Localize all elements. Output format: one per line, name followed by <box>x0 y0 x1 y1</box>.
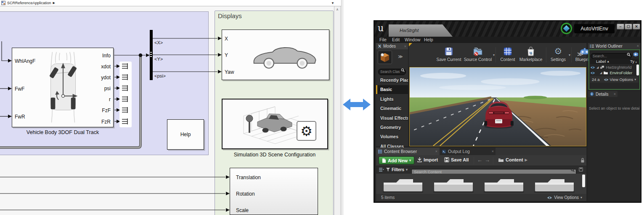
outliner-tab-close-icon[interactable]: × <box>637 44 639 48</box>
content-path[interactable]: Content ▶ <box>498 157 527 162</box>
outliner-row-envirofolder[interactable]: ◢ EnviroFolder <box>590 70 636 75</box>
modes-category-visual-effects[interactable]: Visual Effects <box>376 114 408 123</box>
terminator-psi[interactable] <box>121 85 130 91</box>
details-panel: Details × Select an object to view detai… <box>588 91 641 201</box>
outliner-search-input[interactable] <box>591 53 632 59</box>
outliner-header[interactable]: Label ▲ Ty ▾ <box>590 59 639 64</box>
simulink-vertical-scrollbar[interactable]: ∧ <box>334 6 341 215</box>
save-current-button[interactable]: Save Current <box>435 46 463 62</box>
path-caret-icon[interactable]: ▶ <box>525 158 527 162</box>
toolbar-overflow-icon[interactable]: ≫ <box>577 51 583 57</box>
output-log-tab-close-icon[interactable]: × <box>492 149 494 153</box>
outliner-search[interactable] <box>591 51 632 57</box>
modes-tab-close-icon[interactable]: × <box>404 44 406 48</box>
nav-forward-icon[interactable]: → <box>485 157 490 163</box>
source-control-icon <box>472 46 483 56</box>
save-all-button[interactable]: Save All <box>444 157 469 162</box>
asset-grid[interactable] <box>376 174 586 194</box>
minimize-button[interactable]: – <box>617 24 624 30</box>
port-scale: Scale <box>236 207 249 213</box>
bus-tag-y: <Y> <box>154 56 163 62</box>
search-icon <box>401 68 405 72</box>
terminator-ydot[interactable] <box>121 74 130 81</box>
transform-block[interactable]: Translation Rotation Scale <box>230 168 318 215</box>
cb-view-options-button[interactable]: View Options▾ <box>547 195 582 200</box>
outliner-view-options[interactable]: View Options <box>610 77 633 82</box>
modes-category-recently-placed[interactable]: Recently Placed <box>376 76 408 85</box>
sources-toggle-icon[interactable] <box>379 168 384 172</box>
output-log-tab[interactable]: Output Log × <box>440 148 496 155</box>
modes-category-volumes[interactable]: Volumes <box>376 132 408 141</box>
menu-file[interactable]: File <box>379 37 387 42</box>
outliner-list-icon <box>590 44 594 48</box>
viewport[interactable] <box>409 67 586 146</box>
modes-tab[interactable]: Modes × <box>376 43 408 49</box>
outliner-row-world[interactable]: ◢ HwStrghWorld <box>590 64 636 70</box>
filters-button[interactable]: Filters▾ <box>386 167 408 172</box>
scene-config-block[interactable]: ⚙ <box>222 99 328 149</box>
content-search[interactable] <box>411 167 576 173</box>
folder-thumbnail[interactable] <box>381 176 424 193</box>
modes-category-geometry[interactable]: Geometry <box>376 123 408 132</box>
bus-selector[interactable] <box>150 30 153 80</box>
expand-icon[interactable]: ◢ <box>600 71 602 75</box>
level-tab[interactable]: HwStrght <box>389 24 453 37</box>
column-type[interactable]: Ty <box>630 59 634 64</box>
terminator-fzr[interactable] <box>121 118 130 125</box>
help-block[interactable]: Help <box>167 119 204 150</box>
maximize-button[interactable]: ▢ <box>625 24 632 30</box>
menu-help[interactable]: Help <box>424 37 433 42</box>
nav-back-icon[interactable]: ← <box>477 157 482 163</box>
visibility-eye-icon[interactable] <box>590 66 595 69</box>
ue-titlebar[interactable]: u HwStrght AutoVrtlEnv – ▢ ✕ <box>374 21 641 37</box>
content-filter-row: Filters▾ <box>376 166 586 174</box>
content-browser-tab-close-icon[interactable]: × <box>435 149 437 153</box>
pose-display-block[interactable]: X Y Yaw <box>222 30 329 80</box>
vehicle-body-block[interactable]: WhlAngF FwF FwR Info xdot ydot psi r FzF… <box>12 48 114 127</box>
modes-category-cinematic[interactable]: Cinematic <box>376 104 408 113</box>
world-outliner-tab[interactable]: World Outliner × <box>588 43 641 49</box>
close-button[interactable]: ✕ <box>633 24 640 30</box>
add-new-button[interactable]: Add New▾ <box>379 156 414 164</box>
modes-category-basic[interactable]: Basic <box>376 85 408 94</box>
breadcrumb-model[interactable]: SCRReferenceApplication <box>7 1 51 5</box>
content-grid-icon <box>503 46 512 56</box>
breadcrumb-dropdown-icon[interactable]: ▼ <box>331 1 334 5</box>
add-actor-icon[interactable] <box>633 52 639 57</box>
save-filter-icon[interactable] <box>579 167 583 172</box>
lock-icon[interactable] <box>580 158 585 163</box>
floppy-icon <box>444 46 454 56</box>
modes-category-lights[interactable]: Lights <box>376 95 408 104</box>
settings-caret-icon[interactable]: ▾ <box>569 53 570 57</box>
details-tab[interactable]: Details × <box>588 91 617 97</box>
place-mode-button[interactable] <box>378 51 392 64</box>
content-browser-tab[interactable]: Content Browser × <box>376 148 439 155</box>
menu-window[interactable]: Window <box>405 37 420 42</box>
outliner-scrollbar[interactable] <box>636 64 639 75</box>
settings-button[interactable]: ⚙ Settings <box>549 46 568 62</box>
marketplace-button[interactable]: u Marketplace <box>517 46 544 62</box>
scroll-up-icon[interactable]: ∧ <box>336 8 339 11</box>
scene-config-label: Simulation 3D Scene Configuration <box>210 152 339 158</box>
terminator-r[interactable] <box>121 96 130 102</box>
menu-edit[interactable]: Edit <box>392 37 400 42</box>
import-button[interactable]: Import <box>417 157 438 162</box>
port-translation: Translation <box>236 175 261 180</box>
modes-expand-icon[interactable]: ≫ <box>398 54 403 59</box>
terminator-xdot[interactable] <box>121 63 130 70</box>
folder-thumbnail[interactable] <box>432 176 474 193</box>
visibility-eye-icon[interactable] <box>590 71 595 75</box>
output-log-icon <box>442 149 446 154</box>
source-control-button[interactable]: Source Control <box>463 46 493 62</box>
expand-icon[interactable]: ◢ <box>596 66 599 69</box>
asset-scrollbar[interactable] <box>582 175 585 187</box>
column-label[interactable]: Label <box>596 59 606 64</box>
terminator-fzf[interactable] <box>121 107 130 113</box>
details-tab-close-icon[interactable]: × <box>614 92 616 96</box>
modes-search[interactable] <box>378 67 406 73</box>
content-button[interactable]: Content <box>498 46 517 62</box>
content-browser-toolbar: Add New▾ Import Save All ← → Content ▶ <box>376 155 586 166</box>
folder-thumbnail[interactable] <box>482 176 525 193</box>
source-control-caret-icon[interactable]: ▾ <box>493 53 495 57</box>
folder-thumbnail[interactable] <box>533 176 575 193</box>
